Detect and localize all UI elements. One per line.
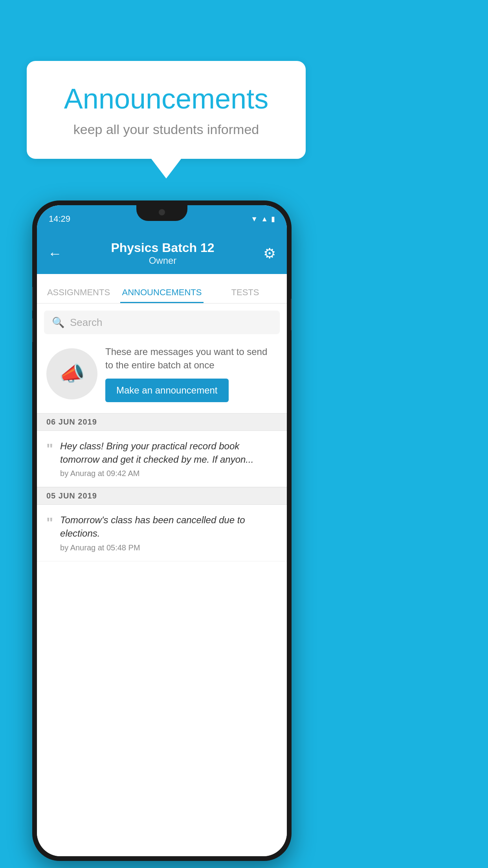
search-icon: 🔍: [52, 316, 64, 329]
search-bar[interactable]: 🔍 Search: [44, 311, 280, 334]
megaphone-icon: 📣: [59, 362, 85, 386]
tab-tests[interactable]: TESTS: [204, 287, 287, 303]
tab-assignments[interactable]: ASSIGNMENTS: [37, 287, 120, 303]
announcement-meta-1: by Anurag at 09:42 AM: [60, 469, 277, 478]
megaphone-icon-circle: 📣: [46, 348, 97, 399]
search-placeholder: Search: [70, 316, 102, 329]
announcement-message-2: Tomorrow's class has been cancelled due …: [60, 513, 277, 540]
date-separator-2: 05 JUN 2019: [37, 487, 287, 505]
speech-bubble-title: Announcements: [50, 83, 282, 115]
batch-name: Physics Batch 12: [111, 241, 214, 255]
header-title-group: Physics Batch 12 Owner: [111, 241, 214, 266]
intro-description: These are messages you want to send to t…: [105, 345, 277, 371]
volume-up-button: [32, 287, 33, 311]
app-header: ← Physics Batch 12 Owner ⚙: [37, 233, 287, 274]
announcement-message-1: Hey class! Bring your practical record b…: [60, 440, 277, 466]
quote-icon-2: ": [46, 515, 53, 531]
speech-bubble-section: Announcements keep all your students inf…: [27, 61, 306, 178]
phone-frame: 14:29 ▼ ▲ ▮ ← Physics Batch 12 Owner ⚙ A…: [32, 200, 292, 861]
camera-icon: [159, 209, 165, 215]
tab-announcements[interactable]: ANNOUNCEMENTS: [120, 287, 204, 303]
date-separator-1: 06 JUN 2019: [37, 413, 287, 431]
announcement-item-2[interactable]: " Tomorrow's class has been cancelled du…: [37, 505, 287, 561]
announcement-item-1[interactable]: " Hey class! Bring your practical record…: [37, 431, 287, 487]
status-time: 14:29: [49, 214, 70, 224]
signal-icon: ▲: [261, 215, 268, 223]
status-icons: ▼ ▲ ▮: [251, 215, 275, 223]
intro-right: These are messages you want to send to t…: [105, 345, 277, 402]
content-area: 🔍 Search 📣 These are messages you want t…: [37, 303, 287, 856]
speech-bubble-card: Announcements keep all your students inf…: [27, 61, 306, 159]
speech-bubble-subtitle: keep all your students informed: [50, 122, 282, 137]
make-announcement-button[interactable]: Make an announcement: [105, 379, 229, 402]
back-button[interactable]: ←: [48, 245, 62, 262]
phone-screen: 14:29 ▼ ▲ ▮ ← Physics Batch 12 Owner ⚙ A…: [37, 205, 287, 856]
quote-icon-1: ": [46, 441, 53, 458]
volume-down-button: [32, 318, 33, 342]
speech-bubble-tail: [151, 159, 181, 178]
announcement-text-2: Tomorrow's class has been cancelled due …: [60, 513, 277, 552]
wifi-icon: ▼: [251, 215, 258, 223]
announcement-intro: 📣 These are messages you want to send to…: [37, 334, 287, 413]
user-role: Owner: [111, 255, 214, 266]
settings-icon[interactable]: ⚙: [263, 245, 276, 262]
announcement-meta-2: by Anurag at 05:48 PM: [60, 543, 277, 552]
announcement-text-1: Hey class! Bring your practical record b…: [60, 440, 277, 478]
tabs-bar: ASSIGNMENTS ANNOUNCEMENTS TESTS: [37, 274, 287, 303]
power-button: [291, 299, 292, 330]
battery-icon: ▮: [271, 215, 275, 223]
